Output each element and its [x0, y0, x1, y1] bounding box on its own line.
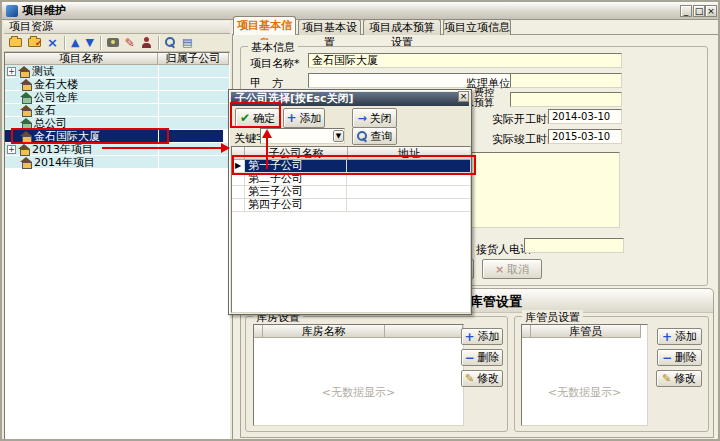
receiver-phone-input[interactable] — [524, 238, 624, 253]
cancel-x-icon: × — [495, 263, 504, 276]
edit-icon: ✎ — [465, 372, 474, 385]
row-marker — [232, 199, 245, 211]
actual-start-input[interactable]: 2014-03-10 — [548, 109, 622, 124]
annotation-arrowhead-right — [221, 143, 230, 153]
house-icon — [18, 144, 30, 155]
storekeeper-group-title: 库管员设置 — [522, 310, 583, 325]
add-label: 添加 — [478, 329, 500, 344]
tab-project-basic-settings[interactable]: 项目基本设置 — [298, 19, 361, 35]
tab-project-basic-info[interactable]: 项目基本信息 — [233, 16, 296, 35]
storekeeper-empty-text: <无数据显示> — [522, 385, 647, 400]
close-label: 关闭 — [370, 111, 392, 126]
storeroom-empty-text: <无数据显示> — [254, 385, 463, 400]
app-icon — [6, 5, 18, 17]
basic-info-group-title: 基本信息 — [248, 40, 298, 55]
add-button[interactable]: + 添加 — [283, 108, 325, 128]
project-maintenance-window: 项目维护 _ □ × 项目资源 ✔ × ▲ ▼ ✎ ▤ 项目名称 归属子公司 +… — [0, 0, 720, 441]
storekeeper-table: 库管员 <无数据显示> — [521, 324, 648, 426]
storeroom-table: 库房名称 <无数据显示> — [253, 324, 464, 426]
expand-icon[interactable]: + — [7, 145, 16, 154]
supervisor-input[interactable] — [510, 73, 622, 88]
budget-input[interactable] — [510, 92, 622, 107]
toolbar-separator — [100, 36, 101, 50]
title-bar: 项目维护 — [2, 2, 718, 20]
storekeeper-modify-button[interactable]: ✎修改 — [656, 370, 702, 387]
plus-icon: + — [286, 111, 296, 125]
storekeeper-delete-button[interactable]: −删除 — [657, 349, 702, 366]
project-name-input[interactable]: 金石国际大厦 — [308, 53, 622, 68]
move-down-icon[interactable]: ▼ — [85, 36, 93, 49]
storekeeper-column-header[interactable]: 库管员 — [531, 325, 641, 338]
cancel-button[interactable]: × 取消 — [482, 259, 542, 279]
tree-row[interactable]: 2014年项目 — [5, 156, 229, 169]
search-label: 查询 — [371, 129, 393, 144]
plus-icon: + — [662, 330, 672, 344]
storeroom-delete-button[interactable]: −删除 — [461, 349, 503, 366]
exit-arrow-icon: → — [357, 112, 366, 125]
house-icon — [20, 157, 32, 168]
close-dialog-button[interactable]: → 关闭 — [352, 108, 397, 128]
edit-icon: ✎ — [662, 372, 671, 385]
move-up-icon[interactable]: ▲ — [71, 36, 79, 49]
house-icon — [20, 105, 32, 116]
project-name-label: 项目名称* — [250, 56, 300, 71]
add-label: 添加 — [300, 111, 322, 126]
filler-header — [385, 325, 463, 338]
dialog-close-button[interactable]: × — [458, 91, 469, 102]
pen-icon[interactable]: ✎ — [125, 36, 135, 50]
subsidiary-name-cell: 第三子公司 — [245, 186, 347, 198]
house-icon — [18, 66, 30, 77]
camera-icon[interactable] — [107, 38, 119, 47]
minus-icon: − — [464, 351, 474, 365]
delete-icon[interactable]: × — [47, 35, 58, 50]
users-icon[interactable] — [141, 37, 152, 48]
search-icon — [357, 131, 368, 142]
window-title: 项目维护 — [22, 3, 66, 18]
storeroom-add-button[interactable]: +添加 — [461, 328, 503, 345]
storekeeper-add-button[interactable]: +添加 — [657, 328, 702, 345]
project-tree-grid: 项目名称 归属子公司 + 测试 金石大楼 公司仓库 金石 总公司 金石国际大厦 — [4, 52, 230, 441]
subsidiary-name-cell: 第四子公司 — [245, 199, 347, 211]
modify-label: 修改 — [674, 371, 696, 386]
column-header-project-name[interactable]: 项目名称 — [5, 53, 158, 65]
project-resource-header: 项目资源 — [4, 21, 230, 34]
row-marker-header — [254, 325, 263, 338]
add-label: 添加 — [675, 329, 697, 344]
expand-icon[interactable]: + — [7, 67, 16, 76]
house-icon — [20, 79, 32, 90]
annotation-box-table-row — [232, 155, 476, 175]
plus-icon: + — [464, 330, 474, 344]
cancel-label: 取消 — [507, 262, 529, 277]
report-icon[interactable]: ▤ — [182, 36, 192, 49]
close-button[interactable]: × — [705, 5, 717, 17]
storeroom-column-header[interactable]: 库房名称 — [263, 325, 385, 338]
annotation-box-tree-item — [11, 128, 169, 144]
open-folder-icon[interactable] — [9, 38, 22, 47]
address-cell — [347, 199, 470, 211]
combo-dropdown-icon[interactable]: ▼ — [333, 130, 344, 142]
column-header-subsidiary[interactable]: 归属子公司 — [158, 53, 229, 65]
actual-end-input[interactable]: 2015-03-10 — [548, 129, 622, 144]
warehouse-section-title: 库管设置 — [470, 293, 522, 311]
tree-toolbar: ✔ × ▲ ▼ ✎ ▤ — [4, 34, 230, 52]
edit-folder-icon[interactable]: ✔ — [28, 38, 41, 47]
maximize-button[interactable]: □ — [693, 5, 705, 17]
row-marker-header — [522, 325, 531, 338]
minimize-button[interactable]: _ — [680, 5, 692, 17]
tree-item-label: 2014年项目 — [34, 155, 95, 170]
table-row[interactable]: 第四子公司 — [232, 199, 470, 212]
search-button[interactable]: 查询 — [352, 127, 397, 145]
row-marker — [232, 186, 245, 198]
modify-label: 修改 — [477, 371, 499, 386]
tab-project-cost-budget-settings[interactable]: 项目成本预算设置 — [363, 19, 441, 35]
receiver-phone-label: 接货人电话 — [476, 242, 531, 257]
storeroom-modify-button[interactable]: ✎修改 — [461, 370, 503, 387]
toolbar-separator — [158, 36, 159, 50]
delete-label: 删除 — [675, 350, 697, 365]
house-icon — [20, 92, 32, 103]
minus-icon: − — [662, 351, 672, 365]
column-divider — [158, 65, 159, 169]
find-icon[interactable] — [165, 37, 176, 48]
tab-project-approval-info[interactable]: 项目立项信息 — [443, 19, 511, 35]
annotation-box-ok-button — [230, 102, 281, 128]
